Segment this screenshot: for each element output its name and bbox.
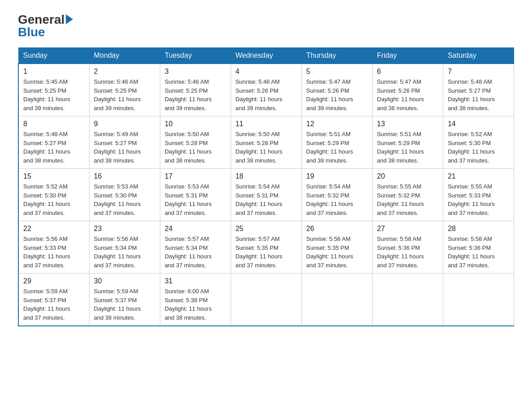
day-info: Sunrise: 5:50 AM Sunset: 5:28 PM Dayligh… <box>236 130 297 165</box>
day-info: Sunrise: 5:57 AM Sunset: 5:35 PM Dayligh… <box>236 235 297 270</box>
day-number: 31 <box>165 277 226 285</box>
day-number: 11 <box>236 120 297 128</box>
day-number: 19 <box>306 172 368 180</box>
day-number: 18 <box>236 172 297 180</box>
day-info: Sunrise: 5:59 AM Sunset: 5:37 PM Dayligh… <box>94 287 155 322</box>
calendar-week-row: 8 Sunrise: 5:48 AM Sunset: 5:27 PM Dayli… <box>18 116 514 169</box>
day-number: 23 <box>94 225 155 233</box>
day-number: 15 <box>23 172 85 180</box>
day-number: 22 <box>23 225 85 233</box>
calendar-week-row: 15 Sunrise: 5:52 AM Sunset: 5:30 PM Dayl… <box>18 169 514 221</box>
day-number: 21 <box>448 172 509 180</box>
day-info: Sunrise: 5:58 AM Sunset: 5:36 PM Dayligh… <box>448 235 509 270</box>
day-number: 29 <box>23 277 85 285</box>
logo: General Blue <box>18 13 73 39</box>
day-info: Sunrise: 5:47 AM Sunset: 5:26 PM Dayligh… <box>306 77 368 112</box>
day-number: 30 <box>94 277 155 285</box>
day-number: 8 <box>23 120 85 128</box>
day-number: 24 <box>165 225 226 233</box>
day-number: 5 <box>306 68 368 76</box>
header-day-friday: Friday <box>372 48 443 64</box>
day-info: Sunrise: 5:51 AM Sunset: 5:29 PM Dayligh… <box>377 130 438 165</box>
calendar-cell: 14 Sunrise: 5:52 AM Sunset: 5:30 PM Dayl… <box>443 116 514 169</box>
day-info: Sunrise: 5:54 AM Sunset: 5:32 PM Dayligh… <box>306 182 368 217</box>
header-day-saturday: Saturday <box>443 48 514 64</box>
calendar-cell: 29 Sunrise: 5:59 AM Sunset: 5:37 PM Dayl… <box>18 274 89 326</box>
calendar-cell: 1 Sunrise: 5:45 AM Sunset: 5:25 PM Dayli… <box>18 64 89 116</box>
day-info: Sunrise: 5:57 AM Sunset: 5:34 PM Dayligh… <box>165 235 226 270</box>
calendar-cell: 23 Sunrise: 5:56 AM Sunset: 5:34 PM Dayl… <box>89 221 160 274</box>
calendar-cell: 25 Sunrise: 5:57 AM Sunset: 5:35 PM Dayl… <box>231 221 301 274</box>
calendar-cell: 20 Sunrise: 5:55 AM Sunset: 5:32 PM Dayl… <box>372 169 443 221</box>
logo-general-text: General <box>18 13 64 26</box>
day-number: 4 <box>236 68 297 76</box>
day-info: Sunrise: 5:46 AM Sunset: 5:25 PM Dayligh… <box>165 77 226 112</box>
day-number: 2 <box>94 68 155 76</box>
calendar-cell: 16 Sunrise: 5:53 AM Sunset: 5:30 PM Dayl… <box>89 169 160 221</box>
calendar-cell: 15 Sunrise: 5:52 AM Sunset: 5:30 PM Dayl… <box>18 169 89 221</box>
header-day-thursday: Thursday <box>301 48 372 64</box>
header-day-monday: Monday <box>89 48 160 64</box>
calendar-cell: 6 Sunrise: 5:47 AM Sunset: 5:26 PM Dayli… <box>372 64 443 116</box>
calendar-cell: 10 Sunrise: 5:50 AM Sunset: 5:28 PM Dayl… <box>160 116 231 169</box>
calendar-cell: 11 Sunrise: 5:50 AM Sunset: 5:28 PM Dayl… <box>231 116 301 169</box>
day-number: 28 <box>448 225 509 233</box>
header-row: SundayMondayTuesdayWednesdayThursdayFrid… <box>18 48 514 64</box>
day-info: Sunrise: 5:56 AM Sunset: 5:33 PM Dayligh… <box>23 235 85 270</box>
day-info: Sunrise: 5:53 AM Sunset: 5:30 PM Dayligh… <box>94 182 155 217</box>
day-info: Sunrise: 5:55 AM Sunset: 5:33 PM Dayligh… <box>448 182 509 217</box>
day-info: Sunrise: 5:46 AM Sunset: 5:26 PM Dayligh… <box>236 77 297 112</box>
calendar-cell: 17 Sunrise: 5:53 AM Sunset: 5:31 PM Dayl… <box>160 169 231 221</box>
day-number: 20 <box>377 172 438 180</box>
day-info: Sunrise: 5:50 AM Sunset: 5:28 PM Dayligh… <box>165 130 226 165</box>
day-number: 12 <box>306 120 368 128</box>
calendar-cell: 31 Sunrise: 6:00 AM Sunset: 5:38 PM Dayl… <box>160 274 231 326</box>
calendar-cell: 27 Sunrise: 5:58 AM Sunset: 5:36 PM Dayl… <box>372 221 443 274</box>
day-number: 26 <box>306 225 368 233</box>
calendar-cell <box>443 274 514 326</box>
logo-blue-text: Blue <box>18 26 45 39</box>
day-number: 9 <box>94 120 155 128</box>
day-info: Sunrise: 5:54 AM Sunset: 5:31 PM Dayligh… <box>236 182 297 217</box>
day-info: Sunrise: 5:46 AM Sunset: 5:25 PM Dayligh… <box>94 77 155 112</box>
calendar-cell: 30 Sunrise: 5:59 AM Sunset: 5:37 PM Dayl… <box>89 274 160 326</box>
calendar-cell: 9 Sunrise: 5:49 AM Sunset: 5:27 PM Dayli… <box>89 116 160 169</box>
day-info: Sunrise: 5:58 AM Sunset: 5:35 PM Dayligh… <box>306 235 368 270</box>
calendar-week-row: 29 Sunrise: 5:59 AM Sunset: 5:37 PM Dayl… <box>18 274 514 326</box>
day-number: 17 <box>165 172 226 180</box>
day-info: Sunrise: 5:48 AM Sunset: 5:27 PM Dayligh… <box>448 77 509 112</box>
day-info: Sunrise: 5:58 AM Sunset: 5:36 PM Dayligh… <box>377 235 438 270</box>
calendar-cell: 19 Sunrise: 5:54 AM Sunset: 5:32 PM Dayl… <box>301 169 372 221</box>
calendar-header: SundayMondayTuesdayWednesdayThursdayFrid… <box>18 48 514 64</box>
calendar-cell <box>372 274 443 326</box>
header-day-sunday: Sunday <box>18 48 89 64</box>
day-info: Sunrise: 5:48 AM Sunset: 5:27 PM Dayligh… <box>23 130 85 165</box>
calendar-week-row: 1 Sunrise: 5:45 AM Sunset: 5:25 PM Dayli… <box>18 64 514 116</box>
day-number: 27 <box>377 225 438 233</box>
day-number: 3 <box>165 68 226 76</box>
calendar-cell: 13 Sunrise: 5:51 AM Sunset: 5:29 PM Dayl… <box>372 116 443 169</box>
day-info: Sunrise: 5:52 AM Sunset: 5:30 PM Dayligh… <box>448 130 509 165</box>
day-info: Sunrise: 5:53 AM Sunset: 5:31 PM Dayligh… <box>165 182 226 217</box>
page-header: General Blue <box>18 13 514 39</box>
day-number: 13 <box>377 120 438 128</box>
day-info: Sunrise: 5:45 AM Sunset: 5:25 PM Dayligh… <box>23 77 85 112</box>
day-number: 16 <box>94 172 155 180</box>
day-number: 1 <box>23 68 85 76</box>
calendar-cell <box>301 274 372 326</box>
day-info: Sunrise: 5:56 AM Sunset: 5:34 PM Dayligh… <box>94 235 155 270</box>
calendar-cell: 5 Sunrise: 5:47 AM Sunset: 5:26 PM Dayli… <box>301 64 372 116</box>
day-info: Sunrise: 5:47 AM Sunset: 5:26 PM Dayligh… <box>377 77 438 112</box>
header-day-tuesday: Tuesday <box>160 48 231 64</box>
day-info: Sunrise: 5:51 AM Sunset: 5:29 PM Dayligh… <box>306 130 368 165</box>
calendar-cell: 21 Sunrise: 5:55 AM Sunset: 5:33 PM Dayl… <box>443 169 514 221</box>
day-number: 7 <box>448 68 509 76</box>
calendar-body: 1 Sunrise: 5:45 AM Sunset: 5:25 PM Dayli… <box>18 64 514 326</box>
calendar-cell: 8 Sunrise: 5:48 AM Sunset: 5:27 PM Dayli… <box>18 116 89 169</box>
calendar-cell: 3 Sunrise: 5:46 AM Sunset: 5:25 PM Dayli… <box>160 64 231 116</box>
logo-arrow-icon <box>66 14 73 24</box>
calendar-cell: 12 Sunrise: 5:51 AM Sunset: 5:29 PM Dayl… <box>301 116 372 169</box>
calendar-cell: 28 Sunrise: 5:58 AM Sunset: 5:36 PM Dayl… <box>443 221 514 274</box>
day-info: Sunrise: 6:00 AM Sunset: 5:38 PM Dayligh… <box>165 287 226 322</box>
calendar-table: SundayMondayTuesdayWednesdayThursdayFrid… <box>18 47 514 326</box>
